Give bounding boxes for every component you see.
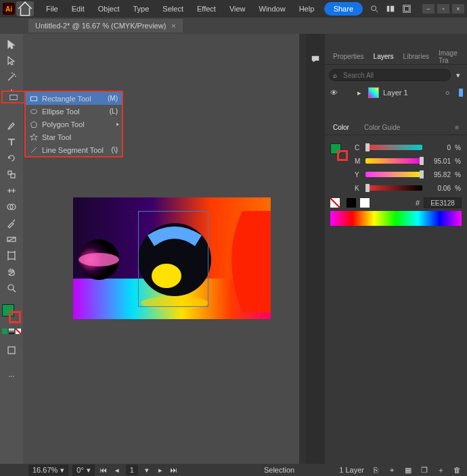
cyan-slider[interactable] <box>365 145 422 150</box>
none-swatch[interactable] <box>330 198 340 208</box>
window-close[interactable]: × <box>452 4 464 14</box>
drawing-mode[interactable] <box>3 343 20 357</box>
layer-row[interactable]: 👁 ▸ Layer 1 ○ <box>329 85 463 100</box>
tab-color-guide[interactable]: Color Guide <box>360 121 404 134</box>
new-layer-icon[interactable]: ＋ <box>436 465 445 475</box>
panel-menu-icon[interactable]: ≡ <box>463 50 467 63</box>
hand-tool[interactable] <box>3 265 20 279</box>
direct-selection-tool[interactable] <box>3 54 20 68</box>
color-mode-swatches[interactable] <box>2 329 21 334</box>
locate-object-icon[interactable]: ⌖ <box>387 465 397 475</box>
tab-color[interactable]: Color <box>329 121 353 134</box>
flyout-star[interactable]: Star Tool <box>26 130 122 143</box>
close-tab-icon[interactable]: × <box>171 22 175 30</box>
stroke-color-swatch[interactable] <box>337 150 348 161</box>
tab-libraries[interactable]: Libraries <box>399 50 433 63</box>
menu-type[interactable]: Type <box>128 2 155 16</box>
flyout-line[interactable]: Line Segment Tool (\) <box>26 143 122 156</box>
next-artboard-icon[interactable]: ▸ <box>156 465 165 475</box>
flyout-ellipse[interactable]: Ellipse Tool (L) <box>26 105 122 118</box>
prev-artboard-icon[interactable]: ◂ <box>112 465 122 475</box>
hex-input[interactable] <box>424 197 462 208</box>
artboard-nav-dropdown[interactable]: ▾ <box>142 465 152 475</box>
menu-window[interactable]: Window <box>254 2 291 16</box>
first-artboard-icon[interactable]: ⏮ <box>99 465 108 475</box>
menu-select[interactable]: Select <box>157 2 189 16</box>
gradient-tool[interactable] <box>3 233 20 246</box>
menu-edit[interactable]: Edit <box>66 2 90 16</box>
magic-wand-tool[interactable] <box>3 70 20 84</box>
menu-object[interactable]: Object <box>93 2 125 16</box>
flyout-label: Rectangle Tool <box>42 95 91 103</box>
tab-image-trace[interactable]: Image Tra <box>435 47 462 67</box>
rotate-dropdown[interactable]: 0°▾ <box>72 465 95 476</box>
menu-help[interactable]: Help <box>294 2 320 16</box>
shape-tool-slot[interactable] <box>0 103 23 116</box>
yellow-slider[interactable] <box>365 172 422 177</box>
hex-prefix: # <box>416 199 420 207</box>
yellow-value[interactable]: 95.82 <box>426 171 451 178</box>
width-tool[interactable] <box>3 184 20 197</box>
panel-menu-icon[interactable]: ≡ <box>451 121 463 134</box>
window-maximize[interactable]: ▫ <box>437 4 449 14</box>
svg-point-11 <box>8 285 14 290</box>
yellow-label: Y <box>355 171 361 178</box>
menu-file[interactable]: File <box>41 2 64 16</box>
search-icon[interactable] <box>370 4 379 14</box>
home-button[interactable] <box>16 1 34 16</box>
comment-icon[interactable] <box>311 54 320 64</box>
panel-tabs: Properties Layers Libraries Image Tra ≡ <box>325 49 467 65</box>
share-button[interactable]: Share <box>324 2 363 16</box>
svg-rect-10 <box>8 252 15 259</box>
expand-icon[interactable]: ▸ <box>355 88 364 97</box>
layer-name[interactable]: Layer 1 <box>383 89 408 97</box>
flyout-rectangle[interactable]: Rectangle Tool (M) <box>26 92 122 105</box>
shape-builder-tool[interactable] <box>3 200 20 214</box>
selection-tool[interactable] <box>3 38 20 51</box>
selection-bounds <box>138 211 208 307</box>
black-value[interactable]: 0.06 <box>426 185 451 192</box>
cyan-value[interactable]: 0 <box>426 144 451 151</box>
create-sublayer-icon[interactable]: ❐ <box>420 465 429 475</box>
last-artboard-icon[interactable]: ⏭ <box>169 465 179 475</box>
selection-indicator <box>459 89 463 97</box>
layers-search-input[interactable] <box>329 69 451 81</box>
window-minimize[interactable]: – <box>422 4 435 14</box>
tab-layers[interactable]: Layers <box>370 50 398 63</box>
type-tool[interactable] <box>3 135 20 149</box>
white-swatch[interactable] <box>360 198 370 208</box>
menu-view[interactable]: View <box>224 2 251 16</box>
target-icon[interactable]: ○ <box>443 88 452 97</box>
tab-properties[interactable]: Properties <box>329 50 368 63</box>
menu-effect[interactable]: Effect <box>192 2 221 16</box>
scale-tool[interactable] <box>3 168 20 181</box>
cyan-label: C <box>355 144 361 151</box>
document-tab[interactable]: Untitled-2* @ 16.67 % (CMYK/Preview) × <box>28 19 183 32</box>
paintbrush-tool[interactable] <box>3 119 20 133</box>
shape-tool-flyout: Rectangle Tool (M) Ellipse Tool (L) Poly… <box>24 91 123 158</box>
magenta-slider[interactable] <box>365 158 422 164</box>
delete-layer-icon[interactable]: 🗑 <box>452 465 462 475</box>
zoom-dropdown[interactable]: 16.67%▾ <box>28 465 68 476</box>
arrange2-icon[interactable] <box>402 4 412 14</box>
artboard-tool[interactable] <box>3 249 20 262</box>
filter-icon[interactable]: ▾ <box>453 70 463 80</box>
zoom-tool[interactable] <box>3 281 20 295</box>
arrange-icon[interactable] <box>386 4 395 14</box>
rectangle-tool-button[interactable] <box>1 91 24 103</box>
color-swatches[interactable] <box>330 141 351 181</box>
eyedropper-tool[interactable] <box>3 216 20 230</box>
rotate-tool[interactable] <box>3 151 20 165</box>
edit-toolbar[interactable]: ··· <box>3 369 20 383</box>
visibility-icon[interactable]: 👁 <box>329 88 338 97</box>
make-clipping-mask-icon[interactable]: ▦ <box>403 465 413 475</box>
artboard-nav[interactable]: 1 <box>126 465 138 475</box>
layers-action-icon[interactable]: ⎘ <box>371 465 380 475</box>
color-spectrum[interactable] <box>330 211 462 226</box>
flyout-polygon[interactable]: Polygon Tool ▸ <box>26 118 122 130</box>
fill-stroke-swatches[interactable] <box>2 304 21 323</box>
black-slider[interactable] <box>365 185 422 191</box>
magenta-value[interactable]: 95.01 <box>426 158 451 165</box>
stroke-swatch[interactable] <box>9 311 21 323</box>
black-swatch[interactable] <box>347 198 356 208</box>
